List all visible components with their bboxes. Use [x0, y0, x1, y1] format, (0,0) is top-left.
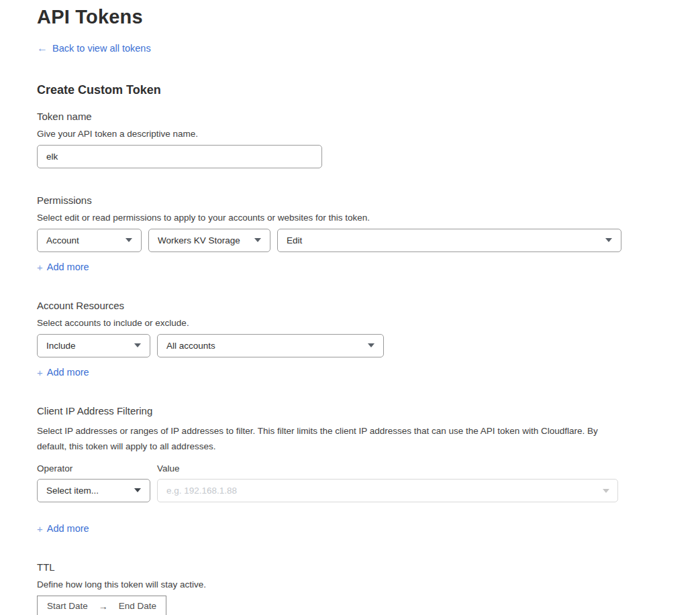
account-resources-helper: Select accounts to include or exclude.: [37, 318, 700, 328]
chevron-down-icon: [603, 489, 609, 493]
account-resources-row: Include All accounts: [37, 334, 700, 357]
ip-filtering-column-labels: Operator Value: [37, 463, 700, 473]
ip-value-input[interactable]: [157, 479, 618, 502]
permission-scope-value: Account: [46, 235, 79, 245]
ip-filtering-label: Client IP Address Filtering: [37, 405, 700, 416]
add-more-label: Add more: [47, 262, 89, 272]
ttl-date-range-picker[interactable]: Start Date → End Date: [37, 596, 166, 615]
ip-filtering-row: Select item...: [37, 479, 700, 502]
permissions-helper: Select edit or read permissions to apply…: [37, 213, 700, 223]
api-tokens-page: API Tokens ← Back to view all tokens Cre…: [0, 0, 700, 615]
ttl-label: TTL: [37, 561, 700, 573]
token-name-label: Token name: [37, 111, 700, 122]
permissions-row: Account Workers KV Storage Edit: [37, 229, 700, 252]
end-date-button[interactable]: End Date: [119, 601, 156, 611]
token-name-helper: Give your API token a descriptive name.: [37, 129, 700, 139]
account-resources-add-more-link[interactable]: + Add more: [37, 367, 89, 378]
account-resources-section: Account Resources Select accounts to inc…: [37, 300, 700, 379]
back-link-label: Back to view all tokens: [52, 43, 151, 54]
ip-filtering-section: Client IP Address Filtering Select IP ad…: [37, 405, 700, 535]
add-more-label: Add more: [47, 367, 89, 378]
ip-operator-select[interactable]: Select item...: [37, 479, 150, 502]
chevron-down-icon: [126, 238, 132, 242]
permission-scope-select[interactable]: Account: [37, 229, 142, 252]
resource-mode-select[interactable]: Include: [37, 334, 150, 357]
resource-mode-value: Include: [46, 341, 76, 351]
permission-group-value: Workers KV Storage: [158, 235, 240, 245]
permission-access-value: Edit: [287, 235, 302, 245]
ttl-section: TTL Define how long this token will stay…: [37, 561, 700, 615]
plus-icon: +: [37, 262, 43, 273]
chevron-down-icon: [254, 238, 261, 242]
token-name-section: Token name Give your API token a descrip…: [37, 111, 700, 168]
create-custom-token-heading: Create Custom Token: [37, 83, 700, 97]
token-name-input[interactable]: [37, 145, 322, 168]
ttl-helper: Define how long this token will stay act…: [37, 579, 700, 590]
resource-accounts-select[interactable]: All accounts: [157, 334, 384, 357]
permission-group-select[interactable]: Workers KV Storage: [148, 229, 270, 252]
chevron-down-icon: [134, 488, 141, 492]
permission-access-select[interactable]: Edit: [277, 229, 621, 252]
permissions-section: Permissions Select edit or read permissi…: [37, 194, 700, 274]
page-title: API Tokens: [37, 5, 700, 29]
permissions-add-more-link[interactable]: + Add more: [37, 262, 89, 273]
resource-accounts-value: All accounts: [166, 341, 215, 351]
chevron-down-icon: [134, 343, 141, 347]
operator-label: Operator: [37, 463, 157, 473]
plus-icon: +: [37, 367, 43, 378]
ip-filtering-helper: Select IP addresses or ranges of IP addr…: [37, 423, 619, 454]
permissions-label: Permissions: [37, 194, 700, 206]
start-date-button[interactable]: Start Date: [47, 601, 88, 611]
right-arrow-icon: →: [99, 601, 108, 612]
add-more-label: Add more: [47, 523, 89, 534]
ip-filtering-add-more-link[interactable]: + Add more: [37, 523, 89, 535]
ip-value-field: [157, 479, 618, 502]
chevron-down-icon: [368, 343, 374, 347]
account-resources-label: Account Resources: [37, 300, 700, 311]
back-arrow-icon: ←: [37, 43, 48, 54]
ip-operator-value: Select item...: [46, 486, 99, 496]
chevron-down-icon: [605, 238, 612, 242]
plus-icon: +: [37, 523, 43, 535]
back-link[interactable]: ← Back to view all tokens: [37, 43, 151, 54]
value-label: Value: [157, 463, 180, 473]
